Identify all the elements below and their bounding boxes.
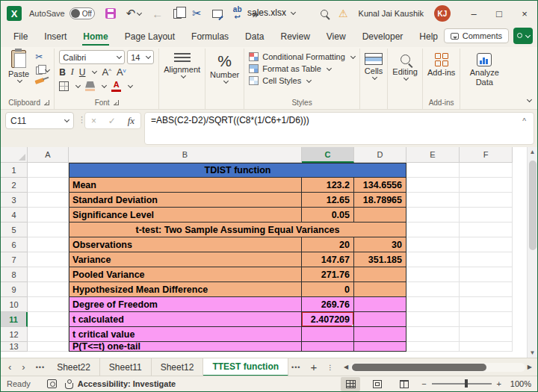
next-sheet-icon[interactable]: › [17, 361, 29, 373]
clipboard-dialog-launcher[interactable] [44, 100, 49, 105]
grid-cell-merged-B1[interactable]: TDIST function [69, 163, 406, 178]
grid-cell-A9[interactable] [28, 282, 69, 297]
zoom-level[interactable]: 100% [509, 379, 531, 388]
maximize-button[interactable]: □ [486, 1, 512, 26]
ribbon-tab-developer[interactable]: Developer [354, 28, 412, 46]
grid-cell-E11[interactable] [406, 312, 460, 327]
grid-cell-C13[interactable] [302, 342, 354, 352]
grid-cell-A3[interactable] [28, 193, 69, 208]
row-header-3[interactable]: 3 [1, 193, 28, 208]
ribbon-tab-insert[interactable]: Insert [36, 28, 75, 46]
grid-cell-C3[interactable]: 12.65 [302, 193, 354, 208]
sheet-tab-sheet11[interactable]: Sheet11 [100, 358, 152, 376]
paste-picture-icon[interactable] [212, 10, 223, 18]
ribbon-tab-page-layout[interactable]: Page Layout [117, 28, 183, 46]
zoom-slider[interactable] [432, 383, 492, 385]
grid-cell-B10[interactable]: Degree of Freedom [69, 297, 302, 312]
grid-cell-F13[interactable] [460, 342, 513, 352]
underline-button[interactable]: U [79, 67, 86, 78]
grid-cell-C6[interactable]: 20 [302, 237, 354, 252]
font-name-select[interactable]: Calibri [59, 50, 125, 64]
grid-cell-D12[interactable] [354, 327, 406, 342]
analyze-data-button[interactable]: Analyze Data [465, 50, 504, 87]
grid-cell-F10[interactable] [460, 297, 513, 312]
name-box[interactable]: C11 [5, 112, 74, 129]
grid-cell-E6[interactable] [406, 237, 460, 252]
row-header-5[interactable]: 5 [1, 223, 28, 237]
shrink-font-button[interactable]: Av [117, 66, 126, 78]
grid-cell-D6[interactable]: 30 [354, 237, 406, 252]
grid-cell-E5[interactable] [406, 223, 460, 237]
grid-cell-C4[interactable]: 0.05 [302, 208, 354, 223]
ribbon-tab-help[interactable]: Help [411, 28, 446, 46]
row-header-7[interactable]: 7 [1, 252, 28, 267]
scroll-left-icon[interactable]: ◀ [341, 364, 350, 370]
grid-cell-B9[interactable]: Hypothesized Mean Difference [69, 282, 302, 297]
grid-cell-E7[interactable] [406, 252, 460, 267]
chevron-down-icon[interactable] [75, 82, 81, 87]
horizontal-scroll-thumb[interactable] [352, 364, 486, 371]
undo-icon[interactable]: ↶ [126, 7, 142, 20]
grid-cell-D9[interactable] [354, 282, 406, 297]
search-icon[interactable] [321, 10, 328, 17]
borders-icon[interactable] [59, 81, 69, 91]
avatar[interactable]: KJ [434, 5, 451, 22]
grid-cell-E8[interactable] [406, 267, 460, 282]
grid-cell-D3[interactable]: 18.78965 [354, 193, 406, 208]
zoom-in-button[interactable]: + [497, 379, 501, 388]
grid-cell-A8[interactable] [28, 267, 69, 282]
column-header-F[interactable]: F [460, 147, 513, 163]
copy-icon[interactable] [173, 9, 182, 19]
grid-cell-A4[interactable] [28, 208, 69, 223]
sheet-tab-sheet12[interactable]: Sheet12 [152, 358, 204, 376]
row-header-6[interactable]: 6 [1, 237, 28, 252]
grid-cell-D4[interactable] [354, 208, 406, 223]
grid-cell-B2[interactable]: Mean [69, 178, 302, 193]
zoom-out-button[interactable]: − [421, 379, 426, 388]
grid-cell-B13[interactable]: P(T<=t) one-tail [69, 342, 302, 352]
grid-cell-C11[interactable]: 2.407209 [302, 312, 354, 327]
grid-cell-F2[interactable] [460, 178, 513, 193]
grid-cell-E4[interactable] [406, 208, 460, 223]
grid-cell-E9[interactable] [406, 282, 460, 297]
select-all-corner[interactable] [1, 147, 28, 163]
ribbon-tab-home[interactable]: Home [75, 28, 116, 46]
grid-cell-F8[interactable] [460, 267, 513, 282]
grid-cell-merged-B5[interactable]: t-test: Two Sample Assuming Equal Varian… [69, 223, 406, 237]
grid-cell-A7[interactable] [28, 252, 69, 267]
grid-cell-A2[interactable] [28, 178, 69, 193]
grid-cell-E12[interactable] [406, 327, 460, 342]
grid-cell-A13[interactable] [28, 342, 69, 352]
grow-font-button[interactable]: A^ [102, 66, 111, 78]
grid-cell-B11[interactable]: t calculated [69, 312, 302, 327]
grid-cell-E3[interactable] [406, 193, 460, 208]
excel-logo-icon[interactable]: X [7, 6, 22, 21]
format-painter-icon[interactable] [35, 79, 49, 83]
grid-cell-B8[interactable]: Pooled Variance [69, 267, 302, 282]
save-icon[interactable] [105, 8, 116, 19]
row-header-12[interactable]: 12 [1, 327, 28, 342]
font-size-select[interactable]: 14 [127, 50, 154, 64]
close-button[interactable]: × [512, 1, 537, 26]
accessibility-icon[interactable] [64, 379, 73, 389]
grid-cell-E1[interactable] [406, 163, 460, 178]
chevron-down-icon[interactable] [102, 82, 107, 87]
formula-collapse-icon[interactable]: ^ [522, 117, 526, 125]
grid-cell-D13[interactable] [354, 342, 406, 352]
page-break-view-button[interactable] [395, 377, 414, 391]
chevron-down-icon[interactable] [128, 82, 133, 87]
format-as-table-button[interactable]: Format as Table [249, 64, 355, 73]
fill-color-button[interactable] [85, 81, 95, 91]
row-header-9[interactable]: 9 [1, 282, 28, 297]
editing-button[interactable]: Editing [392, 50, 418, 80]
cancel-formula-icon[interactable]: × [91, 116, 96, 126]
grid-cell-B4[interactable]: Significance Level [69, 208, 302, 223]
grid-cell-D10[interactable] [354, 297, 406, 312]
minimize-button[interactable]: – [461, 1, 486, 26]
grid-cell-F7[interactable] [460, 252, 513, 267]
cell-styles-button[interactable]: Cell Styles [249, 76, 355, 85]
user-name[interactable]: Kunal Jai Kaushik [359, 9, 424, 18]
cells-button[interactable]: Cells [365, 50, 383, 79]
grid-cell-A10[interactable] [28, 297, 69, 312]
ribbon-tab-formulas[interactable]: Formulas [183, 28, 237, 46]
